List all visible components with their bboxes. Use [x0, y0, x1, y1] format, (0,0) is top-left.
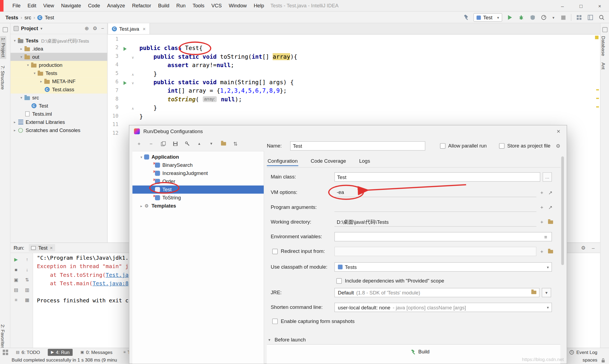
tab-messages[interactable]: ▣0: Messages	[77, 349, 116, 356]
tab-run[interactable]: ▶4: Run	[48, 349, 73, 356]
add-argument-icon[interactable]: +	[538, 203, 546, 211]
scroll-end-button[interactable]: ▥	[25, 287, 29, 293]
environment-variables-input[interactable]	[334, 232, 552, 241]
run-configuration-select[interactable]: Test ▾	[473, 13, 502, 22]
stop-button[interactable]	[560, 14, 567, 21]
tab-configuration[interactable]: Configuration	[267, 156, 298, 166]
provided-scope-checkbox[interactable]	[336, 278, 342, 284]
project-tree-item[interactable]: ▾out	[11, 53, 107, 61]
working-directory-input[interactable]	[334, 217, 536, 227]
menu-navigate[interactable]: Navigate	[58, 0, 85, 11]
browse-main-class-button[interactable]: …	[543, 172, 552, 181]
run-config-item[interactable]: ▾Application	[132, 153, 264, 161]
database-icon[interactable]	[602, 27, 607, 32]
fold-marker[interactable]: ∨	[129, 53, 136, 62]
project-structure-icon[interactable]	[576, 14, 583, 21]
jre-dropdown-button[interactable]: ▾	[542, 288, 551, 297]
snapshots-checkbox[interactable]	[272, 319, 278, 324]
project-tree-item[interactable]: ▸External Libraries	[11, 118, 107, 126]
run-gutter-icon[interactable]	[121, 79, 129, 87]
layout-icon[interactable]	[587, 14, 594, 21]
edit-env-vars-icon[interactable]: ≡	[542, 233, 550, 241]
stop-button[interactable]: ■	[15, 267, 17, 272]
project-tree-item[interactable]: ▾production	[11, 61, 107, 69]
settings-gear-icon[interactable]: ⚙	[581, 245, 586, 250]
editor-tab[interactable]: C Test.java ×	[108, 23, 150, 34]
tool-stripe-favorites[interactable]: 2: Favorites	[0, 325, 5, 349]
breadcrumb-item[interactable]: src	[24, 15, 31, 20]
profiler-chevron-icon[interactable]: ▾	[552, 14, 555, 21]
breadcrumb-item[interactable]: Test	[45, 15, 54, 20]
fold-marker[interactable]: ∧	[129, 70, 136, 79]
browse-folder-icon[interactable]	[546, 218, 554, 226]
before-launch-header[interactable]: ▾ Before launch	[129, 335, 567, 345]
store-options-gear-icon[interactable]: ⚙	[554, 142, 562, 150]
fold-marker[interactable]: ∧	[129, 104, 136, 113]
fold-marker[interactable]: ∨	[129, 79, 136, 87]
console-settings-button[interactable]: ≡	[15, 297, 17, 303]
breadcrumb-item[interactable]: Tests	[5, 15, 18, 20]
search-icon[interactable]	[598, 14, 605, 21]
tool-stripe-project[interactable]: 1: Project	[0, 36, 6, 59]
project-tree-item[interactable]: ▸.idea	[11, 45, 107, 53]
allow-parallel-run-checkbox[interactable]	[440, 143, 446, 149]
browse-jre-folder-icon[interactable]	[531, 290, 536, 295]
shorten-command-select[interactable]: user-local default: none - java [options…	[334, 303, 552, 312]
locate-file-icon[interactable]: ⊕	[85, 26, 89, 31]
configuration-name-input[interactable]	[290, 141, 425, 150]
project-tree-item[interactable]: ▸Scratches and Consoles	[11, 126, 107, 134]
insert-macro-icon[interactable]: +	[538, 218, 546, 226]
up-stack-button[interactable]: ↑	[26, 257, 28, 262]
menu-run[interactable]: Run	[173, 0, 189, 11]
expand-field-icon[interactable]: ↗	[546, 203, 554, 211]
restore-layout-button[interactable]: ▤	[14, 287, 18, 293]
indent-indicator[interactable]: spaces	[583, 357, 597, 363]
menu-window[interactable]: Window	[225, 0, 250, 11]
vm-options-input[interactable]	[334, 188, 536, 197]
print-button[interactable]: ▦	[25, 297, 29, 303]
run-gutter-icon[interactable]	[121, 45, 129, 53]
dialog-close-icon[interactable]: ×	[554, 127, 563, 136]
jre-select[interactable]: Default (1.8 - SDK of 'Tests' module)	[334, 288, 539, 297]
program-arguments-input[interactable]	[334, 203, 536, 212]
stack-trace-link[interactable]: Test.ja	[106, 272, 129, 278]
menu-edit[interactable]: Edit	[24, 0, 40, 11]
run-tab[interactable]: Test ×	[29, 244, 55, 252]
stack-trace-link[interactable]: Test.java:8	[92, 280, 128, 286]
main-class-input[interactable]	[334, 172, 540, 181]
project-tree-item[interactable]: ▾src	[11, 93, 107, 102]
close-button[interactable]: ×	[590, 0, 609, 12]
expand-field-icon[interactable]: ↗	[546, 189, 554, 196]
project-tree-item[interactable]: ▸META-INF	[11, 77, 107, 85]
run-button[interactable]	[507, 14, 514, 21]
tool-stripe-ant[interactable]: Ant	[601, 63, 606, 70]
tab-code-coverage[interactable]: Code Coverage	[310, 156, 347, 165]
close-tab-icon[interactable]: ×	[143, 26, 146, 32]
menu-help[interactable]: Help	[250, 0, 268, 11]
project-tree-item[interactable]: ▾Tests	[11, 69, 107, 77]
menu-code[interactable]: Code	[85, 0, 104, 11]
close-tab-icon[interactable]: ×	[50, 245, 53, 250]
lock-icon[interactable]	[601, 357, 605, 363]
menu-view[interactable]: View	[40, 0, 58, 11]
menu-file[interactable]: File	[9, 0, 24, 11]
redirect-input-checkbox[interactable]	[272, 249, 278, 254]
project-tree-item[interactable]: ▾TestsD:\桌面\java\代码\Tests	[11, 36, 107, 45]
tab-todo[interactable]: ▤6: TODO	[13, 349, 43, 356]
debug-button[interactable]	[518, 14, 525, 21]
project-tree-item[interactable]: CTest	[11, 102, 107, 110]
chevron-down-icon[interactable]: ▾	[41, 26, 42, 31]
project-tree-item[interactable]: CTest.class	[11, 85, 107, 93]
minimize-button[interactable]: –	[553, 0, 572, 12]
tool-window-switcher-icon[interactable]	[3, 349, 8, 355]
run-config-item[interactable]: ×BinarySearch	[132, 161, 264, 169]
code-editor[interactable]: 12public class Test{3∨ public static voi…	[108, 34, 600, 139]
down-stack-button[interactable]: ↓	[26, 267, 28, 272]
project-tree-item[interactable]: Tests.iml	[11, 110, 107, 118]
maximize-button[interactable]: □	[572, 0, 591, 12]
tool-stripe-database[interactable]: Database	[601, 36, 606, 56]
tool-stripe-structure[interactable]: 7: Structure	[0, 65, 5, 90]
classpath-module-select[interactable]: Tests ▾	[334, 262, 552, 272]
hide-panel-icon[interactable]: –	[592, 245, 595, 250]
menu-tools[interactable]: Tools	[189, 0, 208, 11]
